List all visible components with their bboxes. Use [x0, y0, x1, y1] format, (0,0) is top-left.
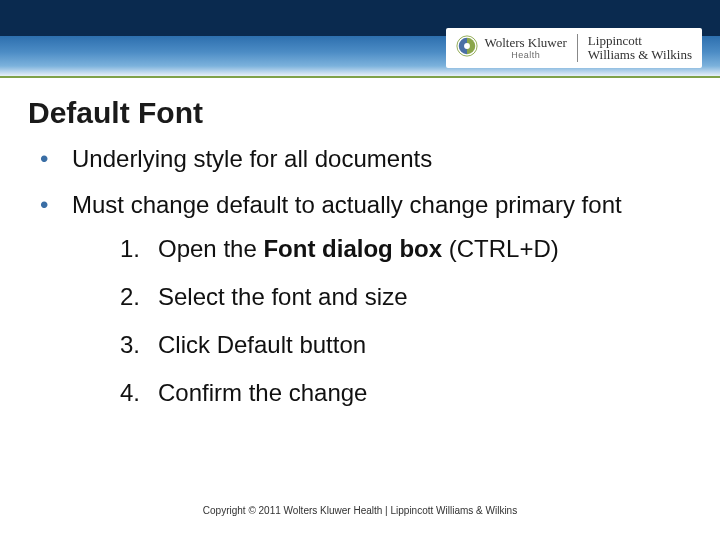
step-item: 3. Click Default button — [72, 330, 692, 360]
step-text-pre: Click Default button — [158, 331, 366, 358]
wk-text: Wolters Kluwer Health — [484, 36, 566, 60]
header-green-rule — [0, 76, 720, 78]
step-text-pre: Select the font and size — [158, 283, 408, 310]
wk-health: Health — [484, 51, 566, 60]
wk-logo-icon — [456, 35, 478, 61]
svg-point-1 — [465, 43, 471, 49]
step-text-bold: Font dialog box — [263, 235, 442, 262]
lww-line1: Lippincott — [588, 34, 692, 48]
wk-name: Wolters Kluwer — [484, 36, 566, 49]
step-number: 4. — [120, 378, 140, 408]
steps-list: 1. Open the Font dialog box (CTRL+D) 2. … — [72, 234, 692, 408]
slide: Wolters Kluwer Health Lippincott William… — [0, 0, 720, 540]
bullet-text: Underlying style for all documents — [72, 145, 432, 172]
bullet-text: Must change default to actually change p… — [72, 191, 622, 218]
step-number: 1. — [120, 234, 140, 264]
lww-line2: Williams & Wilkins — [588, 48, 692, 62]
bullet-item: Underlying style for all documents — [28, 144, 692, 174]
step-text-pre: Open the — [158, 235, 263, 262]
brand-divider — [577, 34, 578, 62]
step-item: 1. Open the Font dialog box (CTRL+D) — [72, 234, 692, 264]
step-number: 2. — [120, 282, 140, 312]
brand-block: Wolters Kluwer Health Lippincott William… — [446, 28, 702, 68]
step-text-post: (CTRL+D) — [442, 235, 559, 262]
content: Default Font Underlying style for all do… — [28, 96, 692, 426]
step-item: 2. Select the font and size — [72, 282, 692, 312]
step-item: 4. Confirm the change — [72, 378, 692, 408]
step-text-pre: Confirm the change — [158, 379, 367, 406]
bullet-list: Underlying style for all documents Must … — [28, 144, 692, 408]
bullet-item: Must change default to actually change p… — [28, 190, 692, 408]
lippincott-logo: Lippincott Williams & Wilkins — [588, 34, 692, 61]
step-number: 3. — [120, 330, 140, 360]
header-band: Wolters Kluwer Health Lippincott William… — [0, 0, 720, 80]
copyright-footer: Copyright © 2011 Wolters Kluwer Health |… — [0, 505, 720, 516]
wolters-kluwer-logo: Wolters Kluwer Health — [456, 35, 566, 61]
slide-title: Default Font — [28, 96, 692, 130]
